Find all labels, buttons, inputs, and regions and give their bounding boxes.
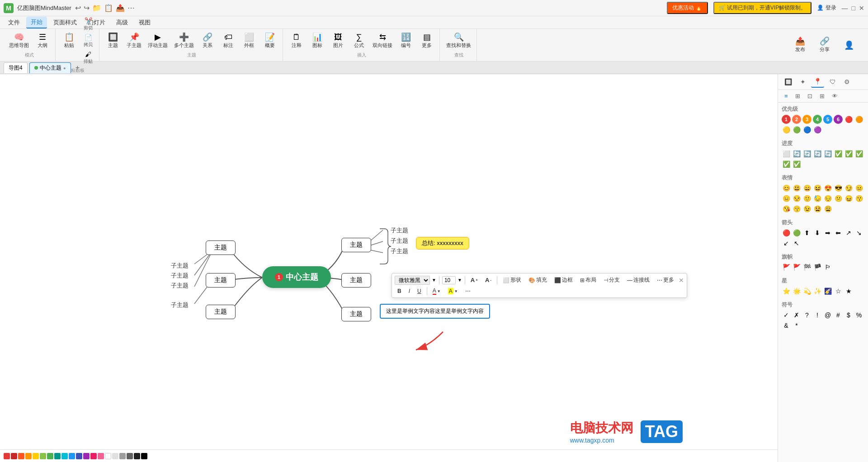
emoji-blank[interactable]: 😑 <box>782 194 791 203</box>
undo-btn[interactable]: ↩ <box>75 4 81 12</box>
priority-yellow[interactable]: 🟡 <box>782 125 791 134</box>
tab-center-topic[interactable]: 中心主题 ● <box>29 62 71 73</box>
relation-btn[interactable]: 🔗 关系 <box>198 32 217 50</box>
color-grey[interactable] <box>119 453 126 459</box>
number-btn[interactable]: 🔢 编号 <box>396 32 416 50</box>
flag-red2[interactable]: 🚩 <box>792 263 801 272</box>
topic-node-bot-left[interactable]: 主题 <box>206 305 236 319</box>
center-node[interactable]: 1 中心主题 <box>262 266 331 288</box>
emoji-grin[interactable]: 😆 <box>813 184 822 193</box>
color-light-pink[interactable] <box>98 453 104 459</box>
arrow-down-left[interactable]: ↙ <box>782 239 791 248</box>
emoji-confounded[interactable]: 😖 <box>844 194 853 203</box>
topic-node-top-left[interactable]: 主题 <box>206 240 236 255</box>
underline-btn[interactable]: U <box>415 287 424 295</box>
color-black[interactable] <box>141 453 147 459</box>
arrange-btn[interactable]: ⊞ 布局 <box>577 275 599 285</box>
progress-1[interactable]: 🔄 <box>792 149 801 158</box>
priority-purple[interactable]: 🟣 <box>813 125 822 134</box>
color-red[interactable] <box>4 453 10 459</box>
priority-red[interactable]: 🔴 <box>844 115 853 124</box>
shape-btn[interactable]: ⬜ 形状 <box>500 275 524 285</box>
emoji-weary[interactable]: 😩 <box>823 204 832 213</box>
arrow-down-right[interactable]: ↘ <box>854 228 863 237</box>
format-more-btn[interactable]: ⋯ <box>462 287 473 295</box>
emoji-love[interactable]: 😍 <box>823 184 832 193</box>
star-1[interactable]: ⭐ <box>782 287 791 296</box>
emoji-pensive[interactable]: 😔 <box>823 194 832 203</box>
emoji-kiss3[interactable]: 😙 <box>792 204 801 213</box>
arrow-green[interactable]: 🟢 <box>792 228 801 237</box>
arrow-up[interactable]: ⬆ <box>802 228 811 237</box>
float-topic-btn[interactable]: ▶ 浮动主题 <box>145 32 170 50</box>
bold-btn[interactable]: B <box>395 287 404 295</box>
publish-btn[interactable]: 📤 发布 <box>790 36 810 54</box>
progress-5[interactable]: ✅ <box>834 149 843 158</box>
emoji-kissing[interactable]: 😗 <box>854 194 863 203</box>
star-2[interactable]: 🌟 <box>792 287 801 296</box>
color-deep-orange[interactable] <box>18 453 24 459</box>
font-dropdown-icon[interactable]: ▼ <box>432 278 436 283</box>
color-orange[interactable] <box>25 453 32 459</box>
panel-tab-shape[interactable]: 🔲 <box>782 76 795 87</box>
progress-6[interactable]: ✅ <box>844 149 853 158</box>
border-btn2[interactable]: ⬛ 边框 <box>552 275 576 285</box>
priority-orange[interactable]: 🟠 <box>854 115 863 124</box>
font-size-input[interactable] <box>442 276 456 284</box>
font-color-btn[interactable]: A ▼ <box>430 287 443 296</box>
win-restore-btn[interactable]: □ <box>852 5 855 12</box>
color-dark-grey[interactable] <box>127 453 133 459</box>
tab-map4[interactable]: 导图4 <box>4 62 28 73</box>
emoji-laugh[interactable]: 😄 <box>802 184 811 193</box>
panel-tab-icon[interactable]: 📍 <box>811 76 824 88</box>
emoji-confused[interactable]: 😕 <box>834 194 843 203</box>
add-tab-btn[interactable]: + <box>73 63 82 73</box>
export-btn[interactable]: 📤 <box>116 4 125 12</box>
more-float-btn[interactable]: ⋯ 更多 <box>654 275 677 285</box>
star-5[interactable]: 🌠 <box>823 287 832 296</box>
sym-at[interactable]: @ <box>823 311 832 320</box>
color-light-grey[interactable] <box>112 453 118 459</box>
fill-btn[interactable]: 🎨 填充 <box>526 275 550 285</box>
font-select[interactable]: 微软雅黑 <box>395 276 430 285</box>
multi-topic-btn[interactable]: ➕ 多个主题 <box>171 32 197 50</box>
sub-node-2[interactable]: 子主题 <box>171 272 189 280</box>
emoji-wink[interactable]: 😉 <box>802 204 811 213</box>
emoji-neutral[interactable]: 😐 <box>854 184 863 193</box>
progress-0[interactable]: ⬜ <box>782 149 791 158</box>
split-btn[interactable]: ⊣ 分支 <box>601 275 623 285</box>
panel-subtab-grid[interactable]: ⊞ <box>793 92 803 100</box>
sym-cross[interactable]: ✗ <box>792 311 801 320</box>
label-btn[interactable]: 🏷 标注 <box>218 32 238 50</box>
panel-subtab-grid2[interactable]: ⊡ <box>805 92 815 100</box>
arrow-up-left[interactable]: ↖ <box>792 239 801 248</box>
color-purple[interactable] <box>83 453 90 459</box>
progress-9[interactable]: ✅ <box>792 160 801 169</box>
subtopic-btn[interactable]: 📌 子主题 <box>124 32 144 50</box>
border-btn[interactable]: ⬜ 外框 <box>239 32 259 50</box>
sym-dollar[interactable]: $ <box>844 311 853 320</box>
arrow-down[interactable]: ⬇ <box>813 228 822 237</box>
format-paste-btn[interactable]: 🖌 排贴 <box>80 50 96 66</box>
summary-btn[interactable]: 📝 概要 <box>260 32 280 50</box>
note-btn[interactable]: 🗒 注释 <box>287 32 307 50</box>
priority-5[interactable]: 5 <box>823 115 832 124</box>
redo-btn[interactable]: ↪ <box>84 4 90 12</box>
sym-percent[interactable]: % <box>854 311 863 320</box>
color-pink[interactable] <box>90 453 97 459</box>
sub-node-1[interactable]: 子主题 <box>171 262 189 270</box>
sub-node-r3[interactable]: 子主题 <box>391 247 408 255</box>
paste-btn[interactable]: 📋 粘贴 <box>59 16 79 66</box>
star-4[interactable]: ✨ <box>813 287 822 296</box>
emoji-smirk[interactable]: 😏 <box>844 184 853 193</box>
arrow-left[interactable]: ⬅ <box>834 228 843 237</box>
arrow-red[interactable]: 🔴 <box>782 228 791 237</box>
color-teal[interactable] <box>54 453 61 459</box>
sym-hash[interactable]: # <box>834 311 843 320</box>
sub-node-4[interactable]: 子主题 <box>171 301 189 309</box>
image-btn[interactable]: 🖼 图片 <box>328 32 348 50</box>
sym-q[interactable]: ? <box>802 311 811 320</box>
topic-node-bot-right[interactable]: 主题 <box>341 307 371 321</box>
float-close-btn[interactable]: ✕ <box>679 277 684 284</box>
sub-node-3[interactable]: 子主题 <box>171 282 189 290</box>
